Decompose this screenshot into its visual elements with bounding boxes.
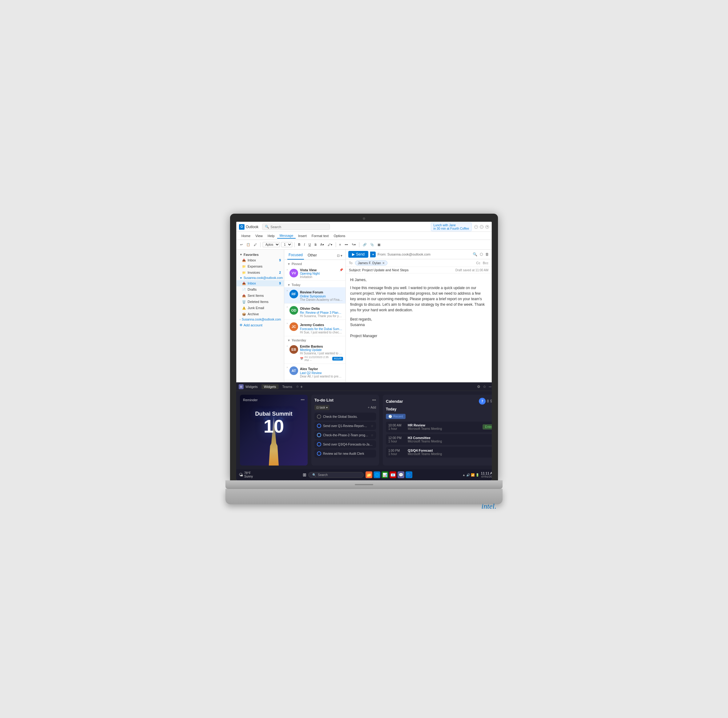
taskbar-app-1[interactable]: 📁 <box>366 471 372 478</box>
bold-button[interactable]: B <box>297 242 301 247</box>
toolbar-format[interactable]: 🖊 <box>252 242 258 247</box>
email-borris[interactable]: › BS Borris Smith The Phase 3 Planning C… <box>284 380 346 382</box>
taskbar-app-teams[interactable]: 💬 <box>398 471 404 478</box>
tab-focused[interactable]: Focused <box>288 252 304 260</box>
start-button[interactable]: ⊞ <box>303 472 306 477</box>
menu-message[interactable]: Message <box>277 233 296 238</box>
cc-button[interactable]: Cc <box>476 261 480 265</box>
sidebar-item-junk[interactable]: ⚠️ Junk Email <box>237 305 284 311</box>
zoom-icon[interactable]: 🔍 <box>473 252 477 257</box>
account-header[interactable]: ▼ Susanna.cook@outlook.com <box>237 276 284 280</box>
table-button[interactable]: ▦ <box>376 242 382 247</box>
account2-header[interactable]: › Susanna.cook@outlook.com <box>237 317 284 322</box>
menu-home[interactable]: Home <box>239 234 253 238</box>
todo-item-1[interactable]: Check the Global Stocks. <box>314 412 376 420</box>
sidebar-item-expenses[interactable]: 📁 Expenses <box>237 263 284 269</box>
email-opening-night[interactable]: › VV Vista View 📌 Opening Night Invitati… <box>284 266 346 281</box>
todo-item-4[interactable]: Send over Q3/Q4-Forecasts-to-Jay-... <box>314 440 376 448</box>
todo-checkbox-3[interactable] <box>317 433 321 437</box>
send-dropdown[interactable]: ▾ <box>370 252 376 257</box>
todo-more[interactable]: ••• <box>372 398 376 402</box>
email-olivier[interactable]: › OD Olivier Delta Re: Review of Phase 3… <box>284 304 346 320</box>
star-icon-2[interactable]: ☆ <box>371 424 373 428</box>
email-emilie[interactable]: › EB Emilie Bankes Meeting Update Hi Sus… <box>284 343 346 364</box>
list-button[interactable]: ≡ <box>338 242 343 247</box>
sidebar-item-sent[interactable]: 📤 Sent Items <box>237 292 284 299</box>
todo-checkbox-2[interactable] <box>317 424 321 428</box>
minimize-icon[interactable]: ─ <box>489 385 491 389</box>
search-bar[interactable]: 🔍 Search <box>262 223 330 230</box>
taskbar-app-3[interactable]: 📊 <box>382 471 388 478</box>
nav-teams[interactable]: Teams <box>280 384 295 389</box>
recent-button[interactable]: 🕐 Recent <box>386 414 405 419</box>
menu-options[interactable]: Options <box>331 234 348 238</box>
toolbar-copy[interactable]: 📋 <box>245 242 251 247</box>
sidebar-item-deleted[interactable]: 🗑️ Deleted Items <box>237 299 284 305</box>
strikethrough-button[interactable]: S <box>313 242 318 247</box>
more-button[interactable]: ••• <box>343 242 349 247</box>
underline-button[interactable]: U <box>307 242 312 247</box>
maximize-button[interactable]: □ <box>480 225 483 229</box>
popout-icon[interactable]: ⬡ <box>480 252 483 257</box>
email-signature: Best regards, Susanna Project Manager <box>350 316 487 339</box>
todo-item-3[interactable]: Check-the-Phase-2-Team progress-... ☆ <box>314 431 376 439</box>
font-size-selector[interactable]: 11 <box>281 242 292 247</box>
cal-next[interactable]: 9 <box>490 399 492 403</box>
font-color-button[interactable]: A▾ <box>319 242 325 247</box>
enter-button[interactable]: Enter <box>483 424 492 429</box>
todo-checkbox-4[interactable] <box>317 442 321 446</box>
email-review-forum[interactable]: › RF Review Forum Online Symposium The D… <box>284 287 346 304</box>
todo-checkbox-1[interactable] <box>317 414 321 419</box>
send-button[interactable]: ▶ Send <box>348 251 368 258</box>
filter-icon[interactable]: ⊡ ▾ <box>337 254 343 258</box>
camera <box>363 217 365 220</box>
star-icon[interactable]: ☆ <box>296 385 299 388</box>
taskbar-app-4[interactable]: 📧 <box>390 471 396 478</box>
sidebar-item-invoices[interactable]: 📁 Invoices 2 <box>237 269 284 276</box>
taskbar-app-2[interactable]: 🌐 <box>373 471 380 478</box>
signature-button[interactable]: ✎▾ <box>350 242 357 247</box>
sidebar-item-inbox2[interactable]: 📥 Inbox 9 <box>237 280 284 286</box>
discard-icon[interactable]: 🗑 <box>485 252 489 257</box>
close-button[interactable]: ✕ <box>485 225 489 229</box>
tab-other[interactable]: Other <box>306 252 318 259</box>
menu-insert[interactable]: Insert <box>296 234 309 238</box>
reminder-more[interactable]: ••• <box>301 398 304 402</box>
add-widget-icon[interactable]: + <box>300 384 303 389</box>
remove-recipient[interactable]: ✕ <box>382 261 385 265</box>
bcc-button[interactable]: Bcc <box>483 261 488 265</box>
taskbar-search[interactable]: 🔍 Search <box>308 472 364 478</box>
settings-icon[interactable]: ⚙ <box>477 385 480 389</box>
attach-button[interactable]: 📎 <box>369 242 375 247</box>
star2-icon[interactable]: ☆ <box>483 385 486 389</box>
font-selector[interactable]: Aptos <box>263 242 280 247</box>
nav-widgets[interactable]: Widgets <box>262 384 279 389</box>
italic-button[interactable]: I <box>303 242 306 247</box>
todo-item-5[interactable]: Review ad for new Audit Clerk <box>314 449 376 458</box>
highlight-button[interactable]: 🖊▾ <box>326 242 333 247</box>
todo-item-2[interactable]: Send over Q1-Review-Report-... ☆ <box>314 422 376 430</box>
toolbar-undo[interactable]: ↩ <box>239 242 244 247</box>
sidebar-item-inbox[interactable]: 📥 Inbox 9 <box>237 257 284 263</box>
email-paragraph1: I hope this message finds you well. I wa… <box>350 285 487 313</box>
todo-checkbox-5[interactable] <box>317 451 321 456</box>
add-account-button[interactable]: ⊕ Add account <box>237 322 284 328</box>
cal-prev[interactable]: 8 <box>487 399 489 403</box>
sidebar-item-drafts[interactable]: 📄 Drafts <box>237 286 284 292</box>
avatar: EB <box>289 345 298 354</box>
sidebar-item-archive[interactable]: 📦 Archive <box>237 311 284 317</box>
minimize-button[interactable]: ─ <box>474 225 478 229</box>
link-button[interactable]: 🔗 <box>361 242 368 247</box>
star-icon-3[interactable]: ☆ <box>371 434 373 437</box>
menu-view[interactable]: View <box>253 234 265 238</box>
inbox-badge: 9 <box>279 259 281 262</box>
todo-filter[interactable]: ⊡ task ▾ <box>314 405 329 410</box>
email-jeremy[interactable]: › JC Jeremy Coates Forecasts for the Dub… <box>284 320 346 336</box>
email-alex[interactable]: › AT Alex Taylor Last Q2 Review Dear All… <box>284 364 346 380</box>
email-body[interactable]: Hi James, I hope this message finds you … <box>346 273 491 382</box>
todo-add-button[interactable]: + Add <box>368 406 376 409</box>
taskbar-app-5[interactable]: 🔵 <box>405 471 412 478</box>
menu-format-text[interactable]: Format text <box>309 234 331 238</box>
rsvp-button[interactable]: RSVP <box>332 357 343 361</box>
menu-help[interactable]: Help <box>265 234 277 238</box>
